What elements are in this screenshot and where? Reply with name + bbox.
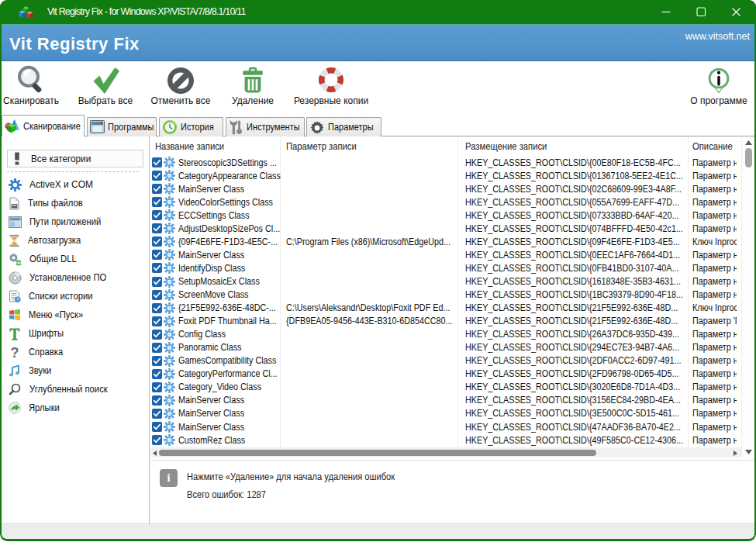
svg-text:?: ? bbox=[11, 346, 19, 359]
